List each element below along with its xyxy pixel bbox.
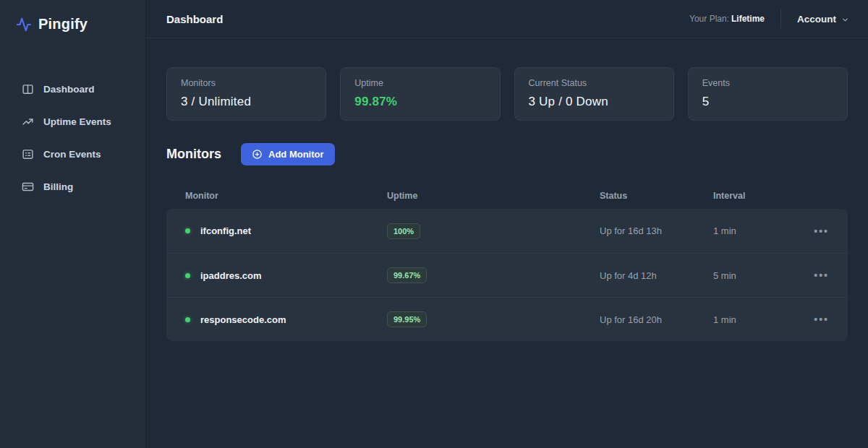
column-header-uptime: Uptime xyxy=(387,191,600,201)
stat-value: 3 Up / 0 Down xyxy=(529,95,660,109)
account-menu-button[interactable]: Account xyxy=(797,14,849,25)
column-header-interval: Interval xyxy=(713,191,796,201)
table-row[interactable]: ifconfig.net 100% Up for 16d 13h 1 min •… xyxy=(166,209,848,253)
sidebar-item-dashboard[interactable]: Dashboard xyxy=(16,73,132,105)
stat-card-events: Events 5 xyxy=(688,67,848,121)
column-header-status: Status xyxy=(600,191,713,201)
monitors-section-header: Monitors Add Monitor xyxy=(166,143,848,165)
sidebar-item-label: Cron Events xyxy=(43,149,101,160)
status-up-dot xyxy=(185,228,190,233)
status-up-dot xyxy=(185,273,190,278)
monitor-cell: ifconfig.net xyxy=(185,225,387,236)
app-root: Pingify Dashboard Uptime Events Cron Eve… xyxy=(0,0,868,448)
stat-cards: Monitors 3 / Unlimited Uptime 99.87% Cur… xyxy=(166,67,848,121)
stat-label: Monitors xyxy=(181,78,312,88)
sidebar-item-label: Dashboard xyxy=(43,84,95,95)
add-monitor-button[interactable]: Add Monitor xyxy=(241,143,335,165)
stat-value: 5 xyxy=(702,95,833,109)
stat-value: 3 / Unlimited xyxy=(181,95,312,109)
top-bar-divider xyxy=(780,9,781,28)
row-menu-button[interactable]: ••• xyxy=(796,226,829,236)
stat-value: 99.87% xyxy=(354,95,485,109)
sidebar-item-cron-events[interactable]: Cron Events xyxy=(16,138,132,171)
monitor-cell: responsecode.com xyxy=(185,314,387,325)
plan-info: Your Plan:Lifetime xyxy=(689,14,765,24)
status-up-dot xyxy=(185,317,190,322)
plan-label: Your Plan: xyxy=(689,14,729,24)
stat-card-uptime: Uptime 99.87% xyxy=(340,67,500,121)
monitor-cell: ipaddres.com xyxy=(185,270,387,281)
uptime-cell: 99.67% xyxy=(387,267,600,283)
plan-value: Lifetime xyxy=(731,14,765,24)
table-header-row: Monitor Uptime Status Interval xyxy=(166,183,848,209)
sidebar-item-uptime-events[interactable]: Uptime Events xyxy=(16,105,132,138)
monitors-section-title: Monitors xyxy=(166,147,221,162)
monitor-name: ipaddres.com xyxy=(200,270,262,281)
uptime-badge: 99.67% xyxy=(387,267,427,283)
sidebar: Pingify Dashboard Uptime Events Cron Eve… xyxy=(0,0,146,448)
add-monitor-label: Add Monitor xyxy=(268,149,324,160)
credit-card-icon xyxy=(22,181,34,193)
account-label: Account xyxy=(797,14,836,25)
table-row[interactable]: ipaddres.com 99.67% Up for 4d 12h 5 min … xyxy=(166,253,848,297)
trending-up-icon xyxy=(22,116,34,128)
uptime-badge: 99.95% xyxy=(387,311,427,327)
monitors-table: Monitor Uptime Status Interval ifconfig.… xyxy=(166,183,848,341)
brand-logo[interactable]: Pingify xyxy=(16,13,132,33)
columns-layout-icon xyxy=(22,83,34,95)
stat-card-current-status: Current Status 3 Up / 0 Down xyxy=(514,67,674,121)
sidebar-item-label: Billing xyxy=(43,181,73,192)
uptime-cell: 100% xyxy=(387,223,600,239)
stat-label: Current Status xyxy=(529,78,660,88)
top-bar: Dashboard Your Plan:Lifetime Account xyxy=(146,0,868,38)
monitor-name: ifconfig.net xyxy=(200,225,251,236)
stat-card-monitors: Monitors 3 / Unlimited xyxy=(166,67,326,121)
interval-cell: 1 min xyxy=(713,314,796,325)
row-menu-button[interactable]: ••• xyxy=(796,270,829,280)
status-cell: Up for 4d 12h xyxy=(600,270,713,281)
table-body: ifconfig.net 100% Up for 16d 13h 1 min •… xyxy=(166,209,848,341)
uptime-cell: 99.95% xyxy=(387,311,600,327)
content: Monitors 3 / Unlimited Uptime 99.87% Cur… xyxy=(146,38,868,341)
interval-cell: 5 min xyxy=(713,270,796,281)
stat-label: Events xyxy=(702,78,833,88)
stat-label: Uptime xyxy=(354,78,485,88)
sidebar-nav: Dashboard Uptime Events Cron Events Bill… xyxy=(16,73,132,203)
monitor-name: responsecode.com xyxy=(200,314,286,325)
row-menu-button[interactable]: ••• xyxy=(796,314,829,324)
status-cell: Up for 16d 20h xyxy=(600,314,713,325)
schedule-list-icon xyxy=(22,148,34,160)
uptime-badge: 100% xyxy=(387,223,420,239)
status-cell: Up for 16d 13h xyxy=(600,225,713,236)
plus-circle-icon xyxy=(252,149,263,160)
pulse-activity-icon xyxy=(16,17,32,33)
main-area: Dashboard Your Plan:Lifetime Account Mon… xyxy=(146,0,868,448)
column-header-monitor: Monitor xyxy=(185,191,387,201)
sidebar-item-billing[interactable]: Billing xyxy=(16,171,132,203)
table-row[interactable]: responsecode.com 99.95% Up for 16d 20h 1… xyxy=(166,297,848,341)
brand-name: Pingify xyxy=(38,16,88,33)
interval-cell: 1 min xyxy=(713,225,796,236)
page-title: Dashboard xyxy=(166,13,223,25)
chevron-down-icon xyxy=(841,16,849,24)
top-bar-right: Your Plan:Lifetime Account xyxy=(689,9,849,28)
sidebar-item-label: Uptime Events xyxy=(43,116,111,127)
